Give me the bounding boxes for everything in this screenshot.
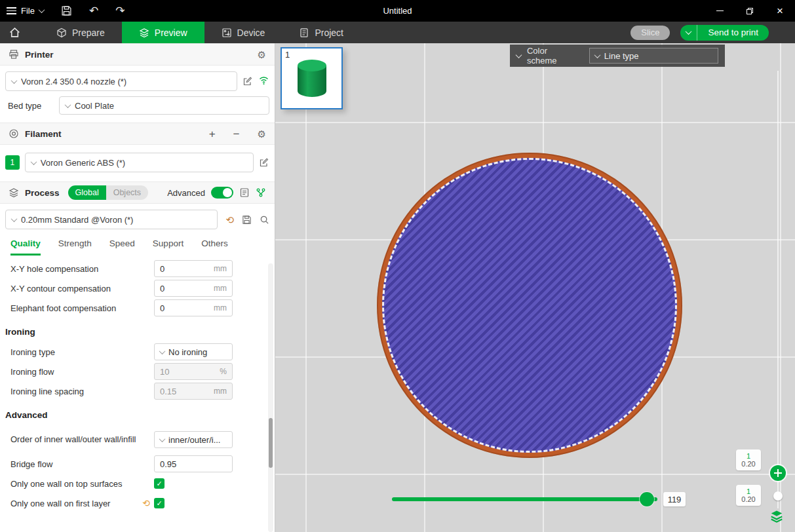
- home-button[interactable]: [0, 22, 29, 43]
- ironing-type-select[interactable]: No ironing: [154, 343, 233, 360]
- process-preset-select[interactable]: 0.20mm Standard @Voron (*): [5, 210, 218, 229]
- layer-number: 1: [747, 487, 750, 495]
- layer-number: 1: [747, 452, 750, 460]
- filament-settings-gear-icon[interactable]: ⚙: [258, 129, 266, 139]
- tab-others[interactable]: Others: [201, 238, 228, 256]
- tab-prepare-label: Prepare: [72, 28, 105, 38]
- add-filament-button[interactable]: +: [209, 128, 216, 140]
- layer-slider-rail[interactable]: [777, 71, 779, 508]
- filament-section-title: Filament: [25, 129, 62, 139]
- scope-global-button[interactable]: Global: [68, 185, 106, 200]
- parameter-list-icon[interactable]: [239, 187, 250, 198]
- layers-icon: [769, 508, 784, 523]
- process-layers-icon: [9, 187, 19, 198]
- sliced-layer-brim[interactable]: [377, 153, 682, 458]
- filament-spool-icon: [9, 128, 19, 139]
- printer-settings-gear-icon[interactable]: ⚙: [258, 50, 266, 60]
- remove-filament-button[interactable]: −: [233, 128, 240, 140]
- setting-value: 0.95: [160, 459, 227, 469]
- setting-row: X-Y contour compensation 0 mm: [0, 278, 275, 298]
- setting-label: Ironing line spacing: [10, 387, 154, 396]
- chevron-down-icon: [65, 102, 71, 108]
- filament-slot-badge[interactable]: 1: [5, 155, 20, 170]
- scrollbar-thumb[interactable]: [269, 418, 273, 468]
- tab-support[interactable]: Support: [153, 238, 184, 256]
- setting-label: X-Y contour compensation: [10, 284, 154, 294]
- tab-speed[interactable]: Speed: [109, 238, 135, 256]
- setting-label: Ironing type: [10, 347, 154, 357]
- tab-preview[interactable]: Preview: [122, 22, 204, 43]
- layers-view-button[interactable]: [768, 507, 785, 524]
- tab-quality[interactable]: Quality: [10, 238, 41, 256]
- layer-badge-top: 1 0.20: [736, 449, 761, 470]
- search-icon[interactable]: [260, 215, 269, 225]
- main-tabbar: Prepare Preview Device Project Slice Sen…: [0, 22, 795, 43]
- edit-filament-icon[interactable]: [259, 157, 269, 168]
- scope-objects-button[interactable]: Objects: [106, 185, 148, 200]
- reset-value-icon[interactable]: ⟲: [142, 498, 150, 508]
- setting-unit: mm: [214, 303, 227, 313]
- save-preset-icon[interactable]: [242, 215, 252, 225]
- send-to-print-label: Send to print: [697, 28, 769, 37]
- ironing-line-spacing-input[interactable]: 0.15 mm: [154, 383, 233, 400]
- move-slider-value: 119: [663, 492, 686, 506]
- wall-order-select[interactable]: inner/outer/i...: [154, 431, 233, 448]
- object-thumbnail[interactable]: 1: [281, 47, 343, 109]
- setting-value: 0: [160, 264, 210, 274]
- only-one-wall-first-checkbox[interactable]: ✓: [154, 498, 165, 508]
- file-menu[interactable]: File: [0, 6, 44, 16]
- tab-project[interactable]: Project: [282, 22, 360, 43]
- tab-strength[interactable]: Strength: [58, 238, 92, 256]
- setting-label: Order of inner wall/outer wall/infill: [10, 434, 154, 446]
- printer-preset-select[interactable]: Voron 2.4 350 0.4 nozzle (*): [5, 71, 237, 91]
- send-dropdown-button[interactable]: [680, 25, 697, 41]
- tab-device-label: Device: [237, 28, 265, 38]
- line-type-select[interactable]: Line type: [589, 48, 718, 64]
- home-icon: [9, 27, 20, 38]
- bed-type-select[interactable]: Cool Plate: [59, 96, 269, 115]
- xy-contour-compensation-input[interactable]: 0 mm: [154, 280, 233, 297]
- bridge-flow-input[interactable]: 0.95: [154, 455, 233, 472]
- elephant-foot-compensation-input[interactable]: 0 mm: [154, 299, 233, 316]
- setting-value: No ironing: [168, 347, 227, 357]
- sidebar-scrollbar[interactable]: [268, 263, 273, 532]
- move-slider-track[interactable]: [392, 497, 657, 501]
- ironing-flow-input[interactable]: 10 %: [154, 363, 233, 380]
- parameter-table-icon[interactable]: [256, 187, 266, 198]
- advanced-mode-toggle[interactable]: [211, 187, 233, 199]
- layer-slider-thumb[interactable]: [773, 491, 783, 501]
- edit-printer-icon[interactable]: [242, 76, 253, 86]
- save-button[interactable]: [61, 5, 72, 16]
- close-button[interactable]: ×: [765, 0, 795, 22]
- setting-label-modified: Only one wall on first layer: [10, 499, 142, 508]
- reset-process-icon[interactable]: ⟲: [225, 215, 234, 225]
- process-preset-value: 0.20mm Standard @Voron (*): [21, 215, 211, 225]
- maximize-button[interactable]: [735, 0, 765, 22]
- slice-button[interactable]: Slice: [630, 26, 670, 40]
- hamburger-icon: [7, 7, 16, 14]
- tab-prepare[interactable]: Prepare: [39, 22, 122, 43]
- chevron-down-icon: [516, 52, 522, 58]
- tab-project-label: Project: [315, 28, 343, 38]
- xy-hole-compensation-input[interactable]: 0 mm: [154, 260, 233, 277]
- minimize-button[interactable]: [705, 0, 735, 22]
- preview-viewport[interactable]: 1 Color scheme Line type: [275, 43, 795, 532]
- color-scheme-label[interactable]: Color scheme: [527, 46, 579, 66]
- object-thumbnail-number: 1: [285, 50, 290, 60]
- setting-label: Only one wall on top surfaces: [10, 479, 154, 489]
- send-to-print-button[interactable]: Send to print: [680, 25, 769, 41]
- tab-device[interactable]: Device: [204, 22, 282, 43]
- chevron-down-icon: [39, 7, 45, 13]
- add-color-change-button[interactable]: [770, 465, 786, 481]
- setting-row: Elephant foot compensation 0 mm: [0, 298, 275, 318]
- move-slider-handle[interactable]: [640, 492, 654, 506]
- undo-button[interactable]: ↶: [89, 5, 98, 16]
- chevron-down-icon: [11, 77, 18, 84]
- filament-preset-select[interactable]: Voron Generic ABS (*): [25, 153, 254, 172]
- only-one-wall-top-checkbox[interactable]: ✓: [154, 478, 165, 489]
- printer-wifi-icon[interactable]: [258, 75, 269, 87]
- chevron-down-icon: [159, 348, 166, 354]
- setting-value: 10: [160, 367, 216, 377]
- project-icon: [299, 28, 309, 38]
- redo-button[interactable]: ↷: [115, 5, 125, 16]
